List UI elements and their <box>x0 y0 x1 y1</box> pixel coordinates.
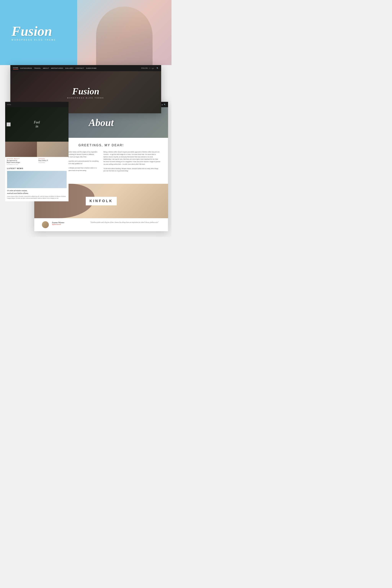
googleplus-icon[interactable]: g+ <box>152 68 154 69</box>
slider-line1: Feel <box>34 120 40 124</box>
left-nav-more[interactable]: MORE <box>7 104 11 105</box>
hero-section: Fusion WORDPRESS BLOG THEME <box>0 0 172 65</box>
post-meta-2: FASHION Easy Gallery N NOVEMBER <box>37 157 69 164</box>
hero-content: Fusion WORDPRESS BLOG THEME <box>12 24 56 41</box>
about-col-right-p2: To tell more about traveling, lifestyle … <box>104 168 160 172</box>
profile-handle[interactable]: @joanwarner <box>52 224 87 225</box>
post-meta-1: FASHION, BEAUTY Too impressed ofRalph La… <box>5 157 37 166</box>
post-title-1: Too impressed ofRalph Lauren designs <box>7 160 36 164</box>
post-card-2: FASHION Easy Gallery N NOVEMBER <box>37 142 69 166</box>
profile-quote: "A fashion junkie and a big fan of hats.… <box>90 221 160 224</box>
divider: | <box>155 68 156 69</box>
post-image-2 <box>37 142 69 157</box>
latest-post-title-em: veniam,nostrud <box>7 190 27 194</box>
hero-logo: Fusion <box>12 24 56 38</box>
about-rss-icon[interactable]: ☁ <box>161 104 163 106</box>
search-icon[interactable]: 🔍 <box>156 68 158 69</box>
latest-post-title: Ut enim ad minim veniam,nostrud exercita… <box>7 189 67 195</box>
post-category-1: FASHION, BEAUTY <box>7 158 36 159</box>
profile-avatar <box>42 221 49 228</box>
slider-prev-arrow[interactable]: ‹ <box>7 122 10 126</box>
profile-info: Joanne Warner @joanwarner <box>52 221 87 225</box>
blog-hero-subtitle: WORDPRESS BLOG THEME <box>67 97 104 98</box>
nav-social-bar: FOLLOW: f t g+ | 🔍 <box>141 68 158 69</box>
nav-item-mefeatures[interactable]: MEFEATURES <box>51 68 63 69</box>
about-col-right: Being a fashion editor doesn't require j… <box>104 151 160 174</box>
nav-item-gallery[interactable]: GALLERY <box>65 68 74 69</box>
latest-post-text: Lorem ipsum dolor sit amet, consectetur … <box>7 196 67 200</box>
about-col-right-p1: Being a fashion editor doesn't require j… <box>104 151 160 166</box>
browser-stack: HOME CATEGORIES TRAVEL ABOUT MEFEATURES … <box>0 65 172 237</box>
nav-item-travel[interactable]: TRAVEL <box>34 68 41 69</box>
blog-navbar: HOME CATEGORIES TRAVEL ABOUT MEFEATURES … <box>10 65 161 71</box>
about-profile: Joanne Warner @joanwarner "A fashion jun… <box>34 218 168 231</box>
post-title-1-em: Ralph Lauren designs <box>7 162 20 163</box>
facebook-icon[interactable]: f <box>149 68 150 69</box>
nav-item-categories[interactable]: CATEGORIES <box>20 68 32 69</box>
post-title-2: Easy Gallery N <box>38 160 67 162</box>
blog-slider: ‹ Feel in <box>5 107 69 142</box>
hero-subtitle: WORDPRESS BLOG THEME <box>12 39 56 41</box>
twitter-icon[interactable]: t <box>151 68 151 69</box>
post-date-2: NOVEMBER <box>38 162 67 163</box>
latest-news-section: LATEST NEWS Ut enim ad minim veniam,nost… <box>5 166 69 201</box>
left-navbar: MORE <box>5 102 69 107</box>
about-title: About <box>89 117 114 128</box>
nav-item-home[interactable]: HOME <box>13 67 18 70</box>
hero-image <box>77 0 172 65</box>
left-panel-blog: MORE ‹ Feel in FASHION, BEAUTY Too impre… <box>5 102 69 201</box>
profile-name: Joanne Warner <box>52 221 87 224</box>
slider-line2: in <box>34 124 40 128</box>
blog-hero-logo: Fusion <box>72 86 99 96</box>
follow-label: FOLLOW: <box>141 68 148 69</box>
nav-item-subscribe[interactable]: SUBSCRIBE <box>86 68 97 69</box>
post-category-2: FASHION <box>38 158 67 159</box>
latest-news-image <box>7 171 67 188</box>
nav-item-about[interactable]: ABOUT <box>43 68 49 69</box>
slider-text: Feel in <box>34 120 40 128</box>
post-card-1: FASHION, BEAUTY Too impressed ofRalph La… <box>5 142 37 166</box>
post-image-1 <box>5 142 37 157</box>
nav-item-contact[interactable]: CONTACT <box>76 68 84 69</box>
latest-news-label: LATEST NEWS <box>7 168 67 170</box>
kinfolk-label: KINFOLK <box>90 199 113 203</box>
post-date-1: NOVEMBER 20, 2016 <box>7 164 36 165</box>
about-search-icon[interactable]: 🔍 <box>164 104 166 106</box>
posts-grid: FASHION, BEAUTY Too impressed ofRalph La… <box>5 142 69 166</box>
screen-about-wrapper: MORE ‹ Feel in FASHION, BEAUTY Too impre… <box>0 102 172 237</box>
